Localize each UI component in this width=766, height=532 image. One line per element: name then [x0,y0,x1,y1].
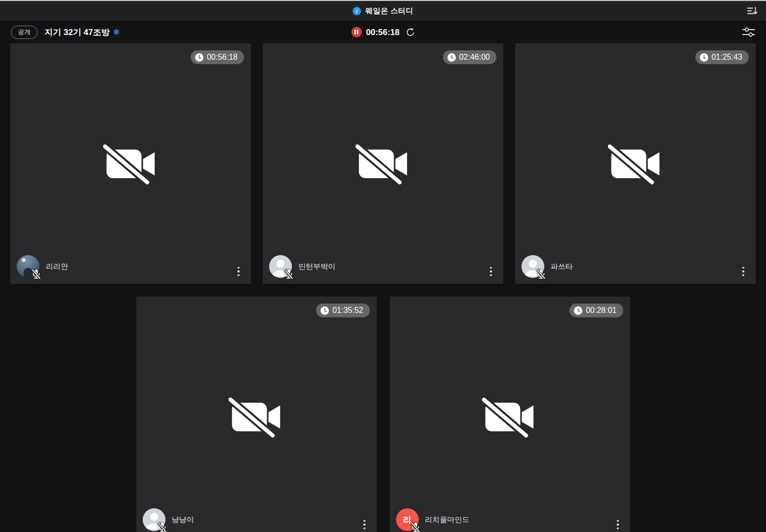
titlebar: i 웨일온 스터디 [0,1,766,21]
camera-off-icon [263,43,503,284]
mic-muted-icon [535,268,547,280]
camera-off-icon [136,297,377,532]
filter-sliders-icon[interactable] [742,27,755,38]
participant-name: 리치풀마인드 [425,515,470,525]
grid-row: 00:56:18 [9,43,757,284]
mic-muted-icon [410,522,421,532]
tile-menu-button[interactable] [361,518,368,532]
info-icon[interactable]: i [353,7,361,15]
tile-footer: 민턴부박이 [269,255,495,278]
participant-name: 민턴부박이 [298,262,335,271]
room-toolbar: 공개 지기 32기 47조방 ❄ 00:56:18 [0,21,766,43]
tile-menu-button[interactable] [487,265,495,278]
room-title: 지기 32기 47조방 [44,27,110,38]
participant-tile: 01:25:43 [515,43,756,284]
grid-row: 01:35:52 [9,297,757,532]
mic-muted-icon [31,268,42,280]
tile-menu-button[interactable] [614,518,622,532]
participant-tile: 02:46:00 [263,43,503,284]
tile-footer: 리 리치풀마인드 [396,508,622,531]
app-title: 웨일온 스터디 [365,6,414,16]
avatar [269,255,292,278]
tile-footer: 리리안 [17,255,242,278]
mic-muted-icon [157,522,168,532]
participant-name: 냥냥이 [172,515,194,525]
tile-footer: 파쓰타 [522,255,747,278]
avatar [143,508,165,531]
camera-off-icon [515,43,756,284]
participant-tile: 01:35:52 [136,297,377,532]
participant-grid: 00:56:18 [0,43,766,532]
participant-tile: 00:28:01 리 [390,297,630,532]
participant-name: 파쓰타 [551,262,573,271]
avatar: 리 [396,508,419,531]
avatar [522,255,544,278]
mic-muted-icon [283,268,294,280]
sort-descending-icon[interactable] [747,6,758,15]
pause-button[interactable] [351,27,362,38]
session-timer: 00:56:18 [366,27,400,37]
tile-menu-button[interactable] [739,265,747,278]
snowflake-icon: ❄ [113,27,120,38]
participant-name: 리리안 [46,262,68,271]
participant-tile: 00:56:18 [10,43,251,284]
tile-footer: 냥냥이 [143,508,368,531]
visibility-badge: 공개 [11,26,38,39]
avatar [17,255,40,278]
camera-off-icon [390,297,630,532]
camera-off-icon [10,43,251,284]
tile-menu-button[interactable] [235,265,242,278]
reset-timer-icon[interactable] [405,27,415,37]
